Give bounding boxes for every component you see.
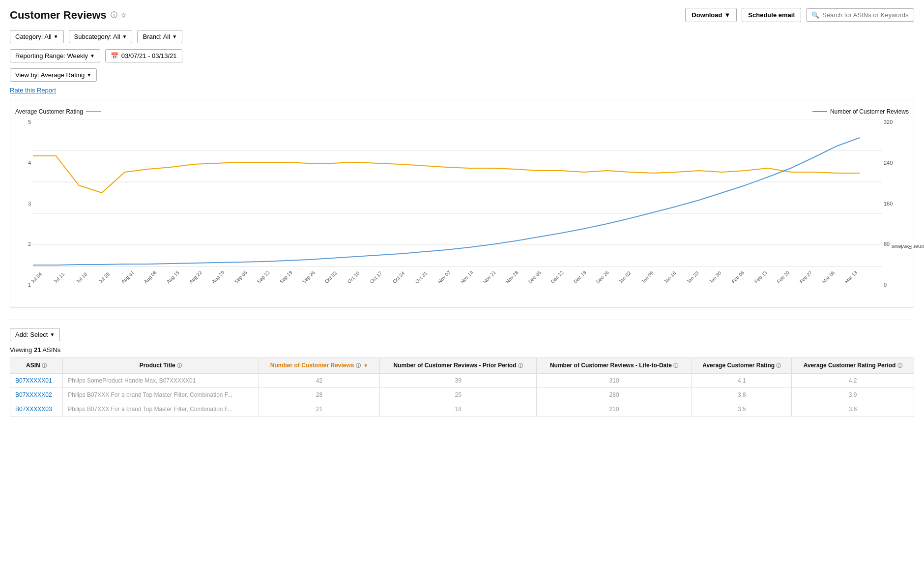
download-button[interactable]: Download ▼: [685, 8, 737, 22]
chart-container: Average Customer Rating Number of Custom…: [10, 100, 914, 308]
cell-avg-rating: 3.5: [692, 402, 792, 416]
info-icon[interactable]: ⓘ: [177, 363, 182, 368]
sort-icon: ▼: [363, 363, 368, 368]
cell-num-reviews: 28: [259, 388, 380, 402]
cell-product: Philips B07XXX For a brand Top Master Fi…: [63, 402, 259, 416]
cell-asin[interactable]: B07XXXXX03: [10, 402, 63, 416]
info-icon[interactable]: ⓘ: [42, 363, 47, 368]
cell-prior-period: 39: [380, 374, 537, 388]
col-product-title: Product Title ⓘ: [63, 358, 259, 374]
cell-num-reviews: 21: [259, 402, 380, 416]
cell-num-reviews: 42: [259, 374, 380, 388]
y-right-axis-label: Number of Customer Reviews: [892, 244, 924, 250]
search-icon: 🔍: [811, 11, 819, 19]
cell-asin[interactable]: B07XXXXX01: [10, 374, 63, 388]
cell-avg-rating-period: 3.6: [792, 402, 914, 416]
brand-filter[interactable]: Brand: All ▼: [137, 30, 182, 43]
chevron-down-icon: ▼: [724, 11, 730, 19]
add-select-button[interactable]: Add: Select ▼: [10, 328, 60, 341]
page-title: Customer Reviews: [10, 9, 107, 22]
reporting-range-filter[interactable]: Reporting Range: Weekly ▼: [10, 49, 100, 62]
chevron-down-icon: ▼: [50, 332, 55, 337]
legend-left: Average Customer Rating: [15, 108, 101, 115]
info-icon[interactable]: ⓘ: [518, 363, 523, 368]
cell-avg-rating-period: 3.9: [792, 388, 914, 402]
search-input[interactable]: [822, 11, 909, 19]
col-life-to-date: Number of Customer Reviews - Life-to-Dat…: [536, 358, 692, 374]
info-icon[interactable]: ⓘ: [111, 11, 117, 20]
calendar-icon: 📅: [111, 52, 118, 59]
legend-right: Number of Customer Reviews: [812, 108, 909, 115]
chevron-down-icon: ▼: [122, 34, 127, 39]
cell-avg-rating-period: 4.2: [792, 374, 914, 388]
cell-life-to-date: 210: [536, 402, 692, 416]
col-num-reviews[interactable]: Number of Customer Reviews ⓘ ▼: [259, 358, 380, 374]
reviews-table: ASIN ⓘ Product Title ⓘ Number of Custome…: [10, 357, 914, 416]
chevron-down-icon: ▼: [54, 34, 58, 39]
table-row: B07XXXXX03 Philips B07XXX For a brand To…: [10, 402, 914, 416]
info-icon[interactable]: ⓘ: [356, 363, 361, 368]
cell-prior-period: 25: [380, 388, 537, 402]
star-icon[interactable]: ☆: [120, 11, 127, 19]
cell-product: Philips SomeProduct Handle Max, B07XXXXX…: [63, 374, 259, 388]
col-avg-rating: Average Customer Rating ⓘ: [692, 358, 792, 374]
viewing-asins-text: Viewing 21 ASINs: [10, 346, 914, 354]
cell-prior-period: 18: [380, 402, 537, 416]
chevron-down-icon: ▼: [172, 34, 177, 39]
info-icon[interactable]: ⓘ: [897, 363, 902, 368]
chevron-down-icon: ▼: [87, 72, 91, 78]
cell-avg-rating: 3.8: [692, 388, 792, 402]
table-row: B07XXXXX02 Philips B07XXX For a brand To…: [10, 388, 914, 402]
cell-life-to-date: 310: [536, 374, 692, 388]
chevron-down-icon: ▼: [90, 53, 95, 59]
info-icon[interactable]: ⓘ: [776, 363, 781, 368]
orange-line-legend: [86, 111, 101, 112]
schedule-email-button[interactable]: Schedule email: [742, 8, 801, 22]
y-axis-right: 320 240 160 80 0 Number of Customer Revi…: [882, 119, 909, 302]
chart-svg: Jul 04 Jul 11 Jul 18 Jul 25 Aug 01 Aug 0…: [33, 119, 882, 302]
table-row: B07XXXXX01 Philips SomeProduct Handle Ma…: [10, 374, 914, 388]
col-prior-period: Number of Customer Reviews - Prior Perio…: [380, 358, 537, 374]
cell-product: Philips B07XXX For a brand Top Master Fi…: [63, 388, 259, 402]
y-axis-left: 5 4 3 2 1: [15, 119, 33, 302]
info-icon[interactable]: ⓘ: [673, 363, 678, 368]
cell-asin[interactable]: B07XXXXX02: [10, 388, 63, 402]
subcategory-filter[interactable]: Subcategory: All ▼: [69, 30, 133, 43]
col-asin: ASIN ⓘ: [10, 358, 63, 374]
category-filter[interactable]: Category: All ▼: [10, 30, 64, 43]
viewby-filter[interactable]: View by: Average Rating ▼: [10, 68, 97, 82]
date-range-picker[interactable]: 📅 03/07/21 - 03/13/21: [105, 49, 182, 62]
rate-report-link[interactable]: Rate this Report: [10, 87, 56, 94]
col-avg-rating-period: Average Customer Rating Period ⓘ: [792, 358, 914, 374]
blue-line-legend: [812, 111, 827, 112]
table-section: Add: Select ▼ Viewing 21 ASINs ASIN ⓘ Pr…: [10, 328, 914, 416]
cell-avg-rating: 4.1: [692, 374, 792, 388]
cell-life-to-date: 280: [536, 388, 692, 402]
